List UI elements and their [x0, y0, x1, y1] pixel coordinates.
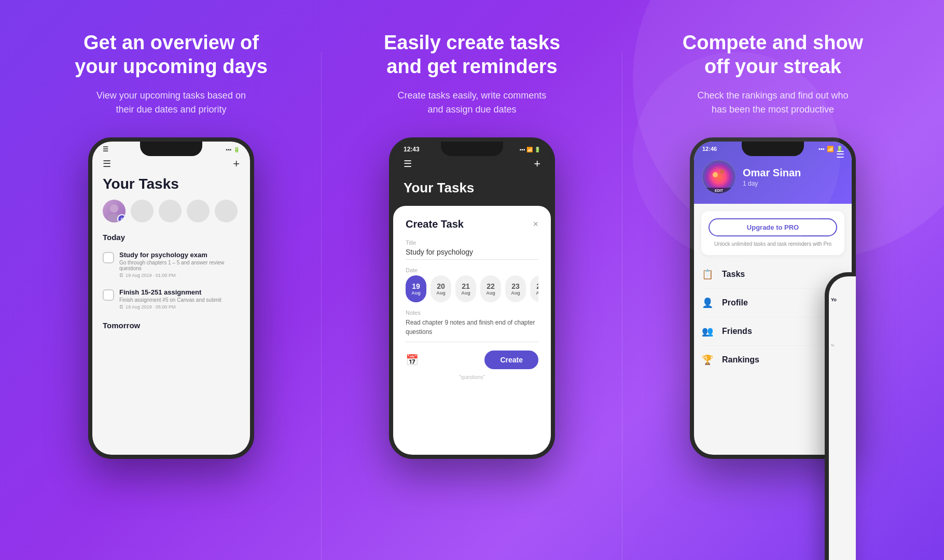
- date-chip-24[interactable]: 24 Aug: [530, 275, 538, 302]
- calendar-icon-t1: 🗓: [119, 273, 124, 278]
- avatar-row-1: 0: [92, 200, 250, 233]
- hamburger-icon-1[interactable]: ☰: [103, 158, 111, 170]
- avatar-4: [187, 200, 210, 222]
- profile-menu-label: Profile: [722, 298, 748, 307]
- date-chip-21[interactable]: 21 Aug: [455, 275, 476, 302]
- svg-point-0: [110, 204, 118, 213]
- task-checkbox-1[interactable]: [103, 252, 114, 263]
- menu-item-profile[interactable]: 👤 Profile: [701, 289, 844, 317]
- task-date-1: 🗓 19 Aug 2019 · 01:00 PM: [119, 273, 240, 278]
- phone-mockup-2: 12:43 ▪▪▪ 📶 🔋 ☰ + Your Tasks Create Task…: [389, 137, 555, 459]
- profile-streak: 1 day: [743, 180, 843, 187]
- avatar-2: [131, 200, 154, 222]
- add-icon-1[interactable]: +: [233, 157, 240, 171]
- time-1: ☰: [103, 146, 108, 153]
- menu-item-tasks[interactable]: 📋 Tasks: [701, 260, 844, 289]
- feature-subtitle-1: View your upcoming tasks based ontheir d…: [96, 89, 246, 117]
- phone1-header: ☰ +: [92, 155, 250, 176]
- hamburger-icon-2[interactable]: ☰: [404, 158, 412, 170]
- feature-subtitle-2: Create tasks easily, write commentsand a…: [398, 89, 547, 117]
- feature-title-2: Easily create tasksand get reminders: [384, 31, 560, 78]
- status-icons-3: ▪▪▪ 📶 🔋: [818, 146, 843, 152]
- upgrade-description: Unlock unlimited tasks and task reminder…: [709, 241, 837, 248]
- time-3: 12:46: [702, 146, 717, 152]
- friends-menu-label: Friends: [722, 327, 752, 336]
- profile-info: Omar Sinan 1 day: [743, 167, 843, 187]
- svg-point-2: [702, 160, 735, 193]
- title-field-label: Title: [406, 240, 538, 246]
- task-date-2: 🗓 19 Aug 2019 · 05:00 PM: [119, 304, 240, 310]
- modal-header: Create Task ×: [406, 218, 538, 230]
- feature-subtitle-3: Check the rankings and find out whohas b…: [697, 89, 848, 117]
- avatar-5: [215, 200, 238, 222]
- status-icons-1: ▪▪▪ 🔋: [226, 147, 240, 152]
- user-avatar-1[interactable]: 0: [103, 200, 126, 222]
- modal-bottom-text: "questions": [406, 374, 538, 380]
- task-name-1: Study for psychology exam: [119, 251, 240, 259]
- upgrade-section: Upgrade to PRO Unlock unlimited tasks an…: [701, 211, 844, 255]
- svg-point-3: [713, 172, 718, 177]
- wifi-icon-1: ▪▪▪: [226, 147, 231, 152]
- feature-title-3: Compete and showoff your streak: [683, 31, 863, 78]
- task-title-input[interactable]: Study for psychology: [406, 248, 538, 260]
- modal-footer: 📅 Create: [406, 351, 538, 369]
- status-icons-2: ▪▪▪ 📶 🔋: [520, 147, 540, 152]
- date-chip-20[interactable]: 20 Aug: [431, 275, 451, 302]
- edit-label[interactable]: EDIT: [702, 188, 735, 193]
- create-task-modal: Create Task × Title Study for psychology…: [393, 206, 551, 455]
- wifi-icon-3: 📶: [827, 146, 834, 152]
- task-name-2: Finish 15-251 assignment: [119, 288, 240, 296]
- menu-item-rankings[interactable]: 🏆 Rankings: [701, 346, 844, 374]
- task-checkbox-2[interactable]: [103, 289, 114, 301]
- phone-notch-3: [742, 142, 804, 156]
- phone-screen-2: 12:43 ▪▪▪ 📶 🔋 ☰ + Your Tasks Create Task…: [393, 142, 551, 455]
- add-icon-2[interactable]: +: [534, 157, 540, 171]
- phone-partial-right: Yo To: [825, 272, 856, 560]
- rankings-icon: 🏆: [701, 354, 714, 366]
- profile-name: Omar Sinan: [743, 167, 843, 179]
- calendar-icon-modal[interactable]: 📅: [406, 354, 419, 366]
- calendar-icon-t2: 🗓: [119, 304, 124, 310]
- phone-notch-1: [140, 142, 202, 156]
- date-chip-19[interactable]: 19 Aug: [406, 275, 426, 302]
- rankings-menu-label: Rankings: [722, 355, 759, 365]
- modal-close-button[interactable]: ×: [533, 219, 538, 230]
- create-task-button[interactable]: Create: [484, 351, 538, 369]
- tasks-title-2: Your Tasks: [393, 176, 551, 203]
- tasks-title-1: Your Tasks: [92, 176, 250, 200]
- feature-column-1: Get an overview ofyour upcoming days Vie…: [21, 31, 322, 560]
- task-content-2: Finish 15-251 assignment Finish assignme…: [119, 288, 240, 310]
- battery-icon-1: 🔋: [233, 147, 240, 152]
- upgrade-pro-button[interactable]: Upgrade to PRO: [709, 218, 837, 236]
- svg-point-4: [720, 170, 724, 174]
- phone-notch-2: [441, 142, 503, 156]
- task-item-1[interactable]: Study for psychology exam Go through cha…: [92, 247, 250, 282]
- task-content-1: Study for psychology exam Go through cha…: [119, 251, 240, 278]
- task-item-2[interactable]: Finish 15-251 assignment Finish assignme…: [92, 284, 250, 314]
- date-chip-23[interactable]: 23 Aug: [505, 275, 526, 302]
- date-field-label: Date: [406, 267, 538, 273]
- avatar-3: [159, 200, 182, 222]
- profile-icon: 👤: [701, 297, 714, 309]
- phone-partial-screen: Yo To: [829, 276, 856, 560]
- task-desc-2: Finish assignment #5 on Canvas and submi…: [119, 297, 240, 303]
- tasks-icon: 📋: [701, 269, 714, 280]
- signal-icon: ▪▪▪: [818, 146, 825, 152]
- hamburger-icon-3[interactable]: ☰: [836, 149, 844, 160]
- date-chip-22[interactable]: 22 Aug: [480, 275, 501, 302]
- feature-column-3: Compete and showoff your streak Check th…: [622, 31, 923, 560]
- tasks-menu-label: Tasks: [722, 270, 745, 279]
- friends-icon: 👥: [701, 326, 714, 337]
- avatar-badge-1: 0: [117, 214, 126, 222]
- menu-item-friends[interactable]: 👥 Friends: [701, 317, 844, 346]
- phone2-header: ☰ +: [393, 155, 551, 176]
- phone-mockup-1: ☰ ▪▪▪ 🔋 ☰ + Your Tasks: [88, 137, 254, 459]
- modal-title: Create Task: [406, 218, 464, 230]
- task-desc-1: Go through chapters 1 – 5 and answer rev…: [119, 260, 240, 271]
- notes-input[interactable]: Read chapter 9 notes and finish end of c…: [406, 318, 538, 342]
- profile-avatar[interactable]: EDIT: [702, 160, 735, 193]
- feature-column-2: Easily create tasksand get reminders Cre…: [322, 31, 622, 560]
- tomorrow-label-1: Tomorrow: [92, 316, 250, 333]
- date-picker-row: 19 Aug 20 Aug 21 Aug 22: [406, 275, 538, 302]
- feature-title-1: Get an overview ofyour upcoming days: [75, 31, 268, 78]
